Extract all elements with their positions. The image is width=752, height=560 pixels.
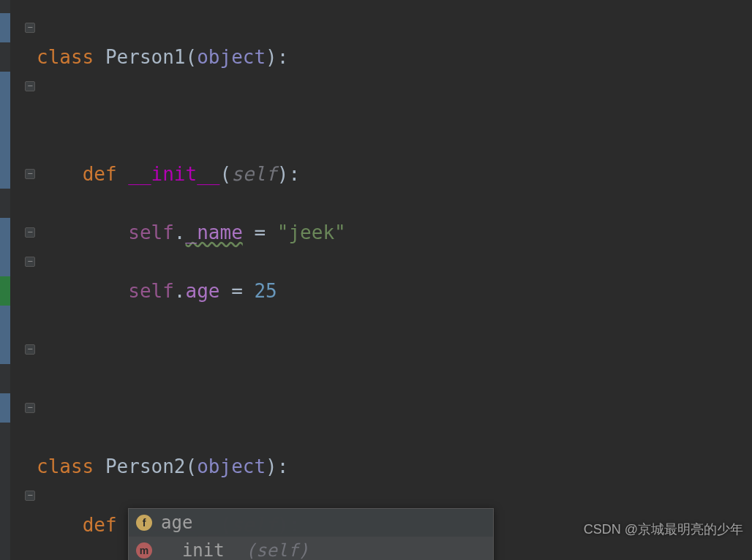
fold-icon[interactable] [25,81,35,91]
code-line: class Person1(object): [37,42,752,72]
code-line: self.age = 25 [37,276,752,306]
field-icon: f [136,515,152,531]
fold-icon[interactable] [25,344,35,355]
autocomplete-label: __init__(self) [161,540,309,560]
autocomplete-item[interactable]: m __init__(self) [129,537,493,560]
code-line: self._name = "jeek" [37,218,752,247]
gutter [0,0,37,560]
fold-icon[interactable] [25,257,35,267]
method-icon: m [136,542,152,559]
fold-icon[interactable] [25,23,35,33]
autocomplete-label: age [161,512,192,533]
fold-icon[interactable] [25,491,35,501]
fold-icon[interactable] [25,403,35,413]
code-line [37,101,752,130]
code-line [37,335,752,364]
code-line: def __init__(self): [37,159,752,189]
autocomplete-popup[interactable]: f age m __init__(self) [128,508,494,560]
watermark: CSDN @京城最明亮的少年 [584,521,743,538]
fold-icon[interactable] [25,169,35,179]
fold-icon[interactable] [25,227,35,238]
code-editor[interactable]: class Person1(object): def __init__(self… [0,0,752,560]
autocomplete-item[interactable]: f age [129,509,493,537]
code-area[interactable]: class Person1(object): def __init__(self… [37,0,752,560]
code-line [37,393,752,423]
code-line: class Person2(object): [37,452,752,481]
